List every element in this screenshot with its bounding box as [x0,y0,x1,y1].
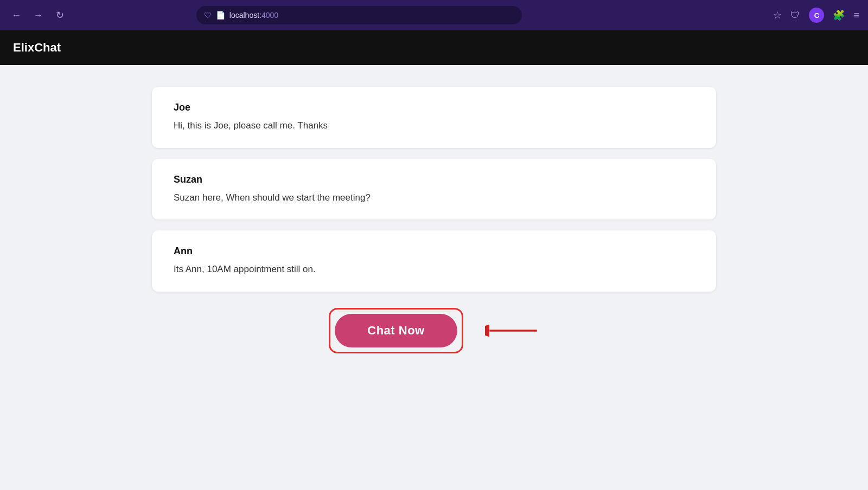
app-title: ElixChat [13,41,61,55]
chat-card-suzan[interactable]: Suzan Suzan here, When should we start t… [152,159,716,220]
menu-icon[interactable]: ≡ [853,10,859,21]
chat-card-ann[interactable]: Ann Its Ann, 10AM appointment still on. [152,230,716,292]
reload-button[interactable]: ↻ [52,8,67,23]
chat-card-name-ann: Ann [174,246,694,257]
arrow-indicator [485,320,539,341]
chat-card-message-joe: Hi, this is Joe, please call me. Thanks [174,119,694,133]
chat-card-joe[interactable]: Joe Hi, this is Joe, please call me. Tha… [152,87,716,148]
chat-card-message-suzan: Suzan here, When should we start the mee… [174,191,694,205]
page-icon: 📄 [216,11,225,20]
url-text: localhost:4000 [229,11,278,20]
forward-icon: → [33,10,43,21]
chat-card-name-suzan: Suzan [174,174,694,185]
extension-icon[interactable]: 🧩 [833,9,845,21]
bottom-area: Chat Now [329,308,539,353]
forward-button[interactable]: → [30,8,46,23]
address-bar[interactable]: 🛡 📄 localhost:4000 [196,6,522,24]
chat-now-button[interactable]: Chat Now [335,314,457,347]
chat-card-message-ann: Its Ann, 10AM appointment still on. [174,262,694,276]
back-icon: ← [11,10,21,21]
chat-now-wrapper: Chat Now [329,308,463,353]
browser-chrome: ← → ↻ 🛡 📄 localhost:4000 ☆ 🛡 C 🧩 ≡ [0,0,868,30]
user-avatar[interactable]: C [809,8,824,23]
app-header: ElixChat [0,30,868,65]
shield-icon: 🛡 [204,11,212,20]
red-arrow-icon [485,320,539,341]
back-button[interactable]: ← [9,8,24,23]
shield-badge-icon[interactable]: 🛡 [790,10,800,21]
reload-icon: ↻ [56,9,64,21]
main-content: Joe Hi, this is Joe, please call me. Tha… [0,65,868,490]
chat-card-name-joe: Joe [174,102,694,113]
star-icon[interactable]: ☆ [773,9,782,21]
browser-right-icons: ☆ 🛡 C 🧩 ≡ [773,8,859,23]
